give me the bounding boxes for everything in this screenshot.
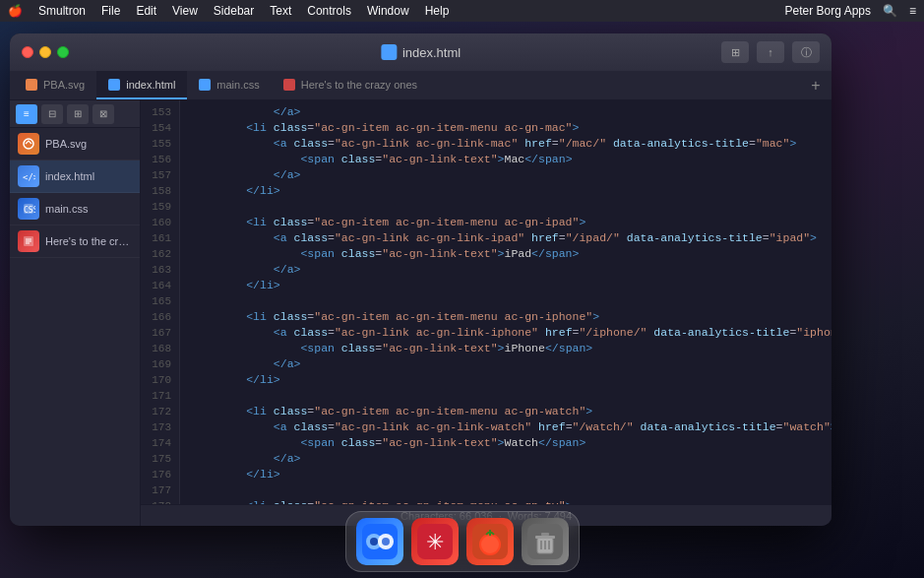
tab-icon-html bbox=[108, 79, 120, 91]
code-line: </li> bbox=[192, 278, 832, 293]
code-line: <li class="ac-gn-item ac-gn-item-menu ac… bbox=[192, 309, 832, 325]
sidebar-file-main-css[interactable]: CSS main.css bbox=[10, 193, 140, 225]
tab-icon-txt bbox=[283, 79, 295, 91]
app-window: index.html ⊞ ↑ ⓘ PBA.svg index.html main… bbox=[10, 33, 832, 526]
code-line: <li class="ac-gn-item ac-gn-item-menu ac… bbox=[192, 120, 832, 136]
sidebar-view-btn-2[interactable]: ⊟ bbox=[41, 104, 63, 124]
code-line: </a> bbox=[192, 167, 832, 183]
svg-rect-22 bbox=[541, 533, 549, 536]
menu-file[interactable]: File bbox=[101, 4, 120, 18]
tab-main-css[interactable]: main.css bbox=[187, 71, 271, 99]
sidebar-file-index-html[interactable]: </> index.html bbox=[10, 161, 140, 193]
svg-text:</>: </> bbox=[23, 172, 35, 182]
title-bar-actions: ⊞ ↑ ⓘ bbox=[721, 41, 820, 63]
sidebar-filename-svg: PBA.svg bbox=[45, 138, 132, 150]
sidebar-toolbar: ≡ ⊟ ⊞ ⊠ bbox=[10, 100, 140, 128]
svg-point-17 bbox=[481, 536, 499, 553]
tab-label-main-css: main.css bbox=[216, 79, 259, 91]
share-button[interactable]: ↑ bbox=[757, 41, 784, 63]
menu-view[interactable]: View bbox=[172, 4, 198, 18]
tab-index-html[interactable]: index.html bbox=[96, 71, 187, 99]
code-line: <li class="ac-gn-item ac-gn-item-menu ac… bbox=[192, 404, 832, 419]
code-line: <span class="ac-gn-link-text">iPad</span… bbox=[192, 246, 832, 262]
menu-controls[interactable]: Controls bbox=[307, 4, 351, 18]
tab-icon-svg bbox=[26, 79, 37, 91]
menu-bar-right: Peter Borg Apps 🔍 ≡ bbox=[785, 4, 916, 18]
dock: ✳ bbox=[345, 511, 580, 572]
code-lines[interactable]: </a> <li class="ac-gn-item ac-gn-item-me… bbox=[180, 100, 832, 504]
code-line bbox=[192, 388, 832, 404]
code-line: </li> bbox=[192, 467, 832, 482]
code-line bbox=[192, 482, 832, 498]
sidebar-view-btn-1[interactable]: ≡ bbox=[16, 104, 37, 124]
code-line: </li> bbox=[192, 183, 832, 199]
sidebar-view-btn-3[interactable]: ⊞ bbox=[67, 104, 89, 124]
tab-label-index-html: index.html bbox=[126, 79, 175, 91]
code-line: <a class="ac-gn-link ac-gn-link-watch" h… bbox=[192, 419, 832, 435]
sidebar-filename-txt: Here's to the crazy ones bbox=[45, 235, 132, 247]
file-icon-css: CSS bbox=[18, 198, 39, 220]
tab-label-pba-svg: PBA.svg bbox=[43, 79, 85, 91]
menu-window[interactable]: Window bbox=[367, 4, 409, 18]
code-line: </a> bbox=[192, 356, 832, 372]
file-icon-svg bbox=[18, 133, 39, 155]
code-line: <a class="ac-gn-link ac-gn-link-ipad" hr… bbox=[192, 230, 832, 246]
tab-pba-svg[interactable]: PBA.svg bbox=[14, 71, 96, 99]
dock-item-trash[interactable] bbox=[522, 518, 569, 565]
menu-text[interactable]: Text bbox=[270, 4, 291, 18]
title-bar-center: index.html bbox=[381, 44, 461, 60]
tab-crazy-ones[interactable]: Here's to the crazy ones bbox=[272, 71, 429, 99]
sidebar-view-btn-4[interactable]: ⊠ bbox=[92, 104, 114, 124]
sidebar-file-pba-svg[interactable]: PBA.svg bbox=[10, 128, 140, 161]
tab-bar: PBA.svg index.html main.css Here's to th… bbox=[10, 71, 832, 100]
dock-item-finder[interactable] bbox=[356, 518, 403, 565]
code-line: </a> bbox=[192, 104, 832, 120]
code-line: <span class="ac-gn-link-text">Mac</span> bbox=[192, 152, 832, 167]
tab-label-crazy-ones: Here's to the crazy ones bbox=[301, 79, 417, 91]
file-icon-txt bbox=[18, 230, 39, 252]
code-line: <a class="ac-gn-link ac-gn-link-mac" hre… bbox=[192, 136, 832, 152]
title-bar: index.html ⊞ ↑ ⓘ bbox=[10, 33, 832, 71]
title-bar-filename: index.html bbox=[402, 45, 461, 60]
desktop: index.html ⊞ ↑ ⓘ PBA.svg index.html main… bbox=[0, 22, 924, 578]
info-button[interactable]: ⓘ bbox=[792, 41, 820, 63]
menu-bar: 🍎 Smultron File Edit View Sidebar Text C… bbox=[0, 0, 924, 22]
menu-sidebar[interactable]: Sidebar bbox=[214, 4, 254, 18]
title-bar-file-icon bbox=[381, 44, 397, 60]
code-line bbox=[192, 293, 832, 309]
sidebar-filename-css: main.css bbox=[45, 203, 132, 215]
code-line: </a> bbox=[192, 451, 832, 467]
svg-point-11 bbox=[370, 538, 378, 546]
app-name: Smultron bbox=[38, 4, 86, 18]
sidebar-filename-html: index.html bbox=[45, 170, 132, 182]
code-line: <span class="ac-gn-link-text">Watch</spa… bbox=[192, 435, 832, 451]
menu-help[interactable]: Help bbox=[425, 4, 450, 18]
sidebar: ≡ ⊟ ⊞ ⊠ PBA.svg bbox=[10, 100, 141, 526]
code-line: <a class="ac-gn-link ac-gn-link-iphone" … bbox=[192, 325, 832, 341]
code-line: </li> bbox=[192, 372, 832, 388]
traffic-lights bbox=[22, 46, 69, 58]
editor-content[interactable]: 153 154 155 156 157 158 159 160 161 162 … bbox=[141, 100, 832, 504]
dock-item-smultron[interactable]: ✳ bbox=[411, 518, 459, 565]
minimize-button[interactable] bbox=[39, 46, 51, 58]
svg-text:CSS: CSS bbox=[24, 206, 35, 215]
add-tab-button[interactable]: + bbox=[804, 71, 828, 99]
user-name: Peter Borg Apps bbox=[785, 4, 871, 18]
menu-edit[interactable]: Edit bbox=[136, 4, 156, 18]
main-content: ≡ ⊟ ⊞ ⊠ PBA.svg bbox=[10, 100, 832, 526]
close-button[interactable] bbox=[22, 46, 33, 58]
code-line: <span class="ac-gn-link-text">iPhone</sp… bbox=[192, 341, 832, 356]
sidebar-file-crazy-ones[interactable]: Here's to the crazy ones bbox=[10, 225, 140, 258]
code-line bbox=[192, 199, 832, 215]
file-icon-html: </> bbox=[18, 165, 39, 187]
editor-area[interactable]: 153 154 155 156 157 158 159 160 161 162 … bbox=[141, 100, 832, 526]
line-numbers: 153 154 155 156 157 158 159 160 161 162 … bbox=[141, 100, 180, 504]
code-line: <li class="ac-gn-item ac-gn-item-menu ac… bbox=[192, 215, 832, 230]
maximize-button[interactable] bbox=[57, 46, 69, 58]
apple-menu[interactable]: 🍎 bbox=[8, 4, 23, 18]
dock-item-tomato[interactable] bbox=[466, 518, 514, 565]
search-icon[interactable]: 🔍 bbox=[883, 4, 897, 18]
code-line: </a> bbox=[192, 262, 832, 278]
menu-icon[interactable]: ≡ bbox=[909, 4, 916, 18]
sidebar-toggle-button[interactable]: ⊞ bbox=[721, 41, 749, 63]
